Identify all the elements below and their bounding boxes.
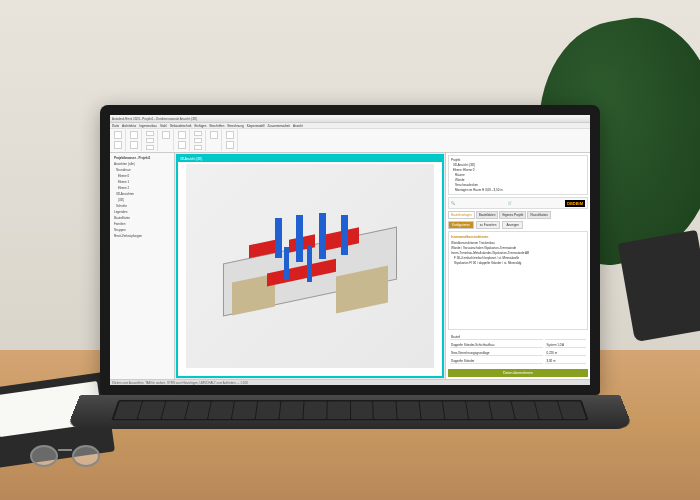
configure-button[interactable]: Konfigurieren (448, 221, 474, 229)
ribbon-toolbar (110, 129, 590, 153)
building-model (223, 205, 397, 338)
prop-value[interactable] (545, 334, 586, 340)
ribbon-button[interactable] (146, 145, 154, 150)
panel-tabs: Bauteilvorlagen Bauteildaten Eigenes Pro… (448, 211, 588, 219)
ribbon-button[interactable] (194, 145, 202, 150)
menu-item[interactable]: Einfügen (195, 124, 207, 128)
prop-value[interactable]: 3,00 m (545, 358, 586, 364)
ribbon-button[interactable] (114, 131, 122, 139)
properties-table: Bauteil Doppelte Ständer-SchichtaufbauSy… (448, 332, 588, 377)
menu-item[interactable]: Körpermodell (247, 124, 265, 128)
detail-line[interactable]: Gipskarton FI 90 / doppelte Ständer / st… (451, 260, 585, 265)
menu-item[interactable]: Stahl (160, 124, 167, 128)
ribbon-button[interactable] (194, 131, 202, 136)
status-text: Klicken zum Auswählen, TAB für andere, S… (112, 381, 248, 385)
ribbon-button[interactable] (194, 138, 202, 143)
menu-item[interactable]: Ingenieurbau (139, 124, 157, 128)
prop-label: Doppelte Ständer (450, 358, 543, 364)
prop-label: Gew-Gerechnungsgrundlage (450, 350, 543, 356)
prop-value[interactable]: System 1,0 A (545, 342, 586, 348)
ribbon-button[interactable] (178, 131, 186, 139)
ribbon-button[interactable] (146, 138, 154, 143)
prop-value[interactable]: 0,226 m (545, 350, 586, 356)
ribbon-button[interactable] (226, 141, 234, 149)
menu-item[interactable]: Gebäudetechnik (170, 124, 192, 128)
ribbon-button[interactable] (162, 131, 170, 139)
menu-item[interactable]: Beschriften (209, 124, 224, 128)
menu-item[interactable]: Ansicht (293, 124, 303, 128)
laptop: Autodesk Revit 2023 - Projekt1 - Dreidim… (80, 105, 620, 445)
tab-classification[interactable]: Klassifikation (527, 211, 551, 219)
3d-viewport[interactable]: 3D-Ansicht: {3D} (176, 154, 444, 378)
project-browser: Projektbrowser - Projekt1 Ansichten (all… (110, 153, 175, 379)
menu-item[interactable]: Zusammenarbeit (267, 124, 290, 128)
prop-label: Doppelte Ständer-Schichtaufbau (450, 342, 543, 348)
brand-bar: 🔍 🛒 DBDBIM (448, 197, 588, 209)
status-bar: Klicken zum Auswählen, TAB für andere, S… (110, 379, 590, 385)
brand-logo: DBDBIM (565, 200, 585, 207)
tab-component-data[interactable]: Bauteildaten (476, 211, 499, 219)
3d-model[interactable] (186, 164, 434, 368)
component-details: Innenwandkonstruktionen Wandkonstruktion… (448, 231, 588, 330)
tab-component-templates[interactable]: Bauteilvorlagen (448, 211, 475, 219)
laptop-keyboard (66, 395, 633, 429)
tree-item[interactable]: Montagen im Raum H 3,00 - 3,50 m (450, 187, 586, 192)
ribbon-button[interactable] (178, 141, 186, 149)
ribbon-button[interactable] (114, 141, 122, 149)
viewport-header: 3D-Ansicht: {3D} (178, 156, 442, 162)
ribbon-button[interactable] (130, 131, 138, 139)
ribbon-button[interactable] (226, 131, 234, 139)
favorites-button[interactable]: zu Favoriten (476, 221, 501, 229)
menu-item[interactable]: Datei (112, 124, 119, 128)
menu-item[interactable]: Berechnung (227, 124, 243, 128)
element-tree: Projekt 3D-Ansicht: {3D} Ebene: Ebene 0 … (448, 155, 588, 195)
search-icon[interactable]: 🔍 (451, 201, 455, 205)
tree-item[interactable]: Revit-Verknüpfungen (112, 233, 172, 239)
apply-data-button[interactable]: Daten übernehmen (448, 369, 588, 377)
prop-label: Bauteil (450, 334, 543, 340)
ribbon-button[interactable] (130, 141, 138, 149)
app-window: Autodesk Revit 2023 - Projekt1 - Dreidim… (110, 115, 590, 385)
ribbon-button[interactable] (210, 131, 218, 139)
plugin-panel: Projekt 3D-Ansicht: {3D} Ebene: Ebene 0 … (445, 153, 590, 379)
glasses-photo (30, 445, 100, 470)
ribbon-button[interactable] (146, 131, 154, 136)
menu-item[interactable]: Architektur (122, 124, 136, 128)
cart-icon[interactable]: 🛒 (508, 201, 512, 205)
tab-own-project[interactable]: Eigenes Projekt (499, 211, 526, 219)
assign-button[interactable]: Anzeigen (502, 221, 523, 229)
app-title: Autodesk Revit 2023 - Projekt1 - Dreidim… (112, 117, 197, 121)
title-bar: Autodesk Revit 2023 - Projekt1 - Dreidim… (110, 115, 590, 123)
